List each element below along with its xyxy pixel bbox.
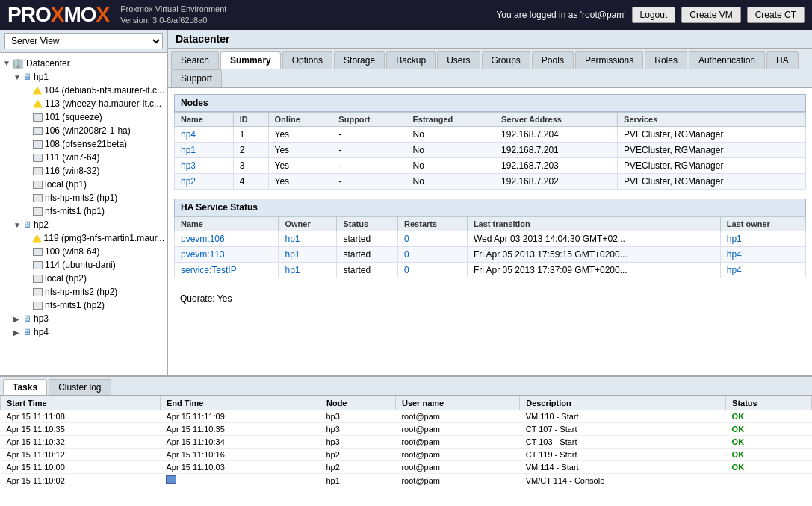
content-title: Datacenter xyxy=(168,30,812,49)
node-ref-link[interactable]: hp1 xyxy=(285,234,300,244)
tree-item-vm111[interactable]: 111 (win7-64) xyxy=(0,151,167,164)
bottom-tab-tasks[interactable]: Tasks xyxy=(3,379,47,395)
tree-item-local-hp2[interactable]: local (hp2) xyxy=(0,272,167,285)
logo: PROXMOX Proxmox Virtual Environment Vers… xyxy=(7,3,226,27)
tree-item-label: hp2 xyxy=(34,219,49,230)
tree-item-label: 101 (squeeze) xyxy=(45,112,102,122)
storage-icon xyxy=(33,275,43,283)
logout-button[interactable]: Logout xyxy=(632,7,676,23)
bottom-tab-cluster_log[interactable]: Cluster log xyxy=(49,379,111,395)
storage-icon xyxy=(33,207,43,216)
tree-item-datacenter[interactable]: ▼🏢Datacenter xyxy=(0,56,167,70)
nodes-col-services: Services xyxy=(618,113,806,127)
nodes-col-id: ID xyxy=(233,113,268,127)
node-link[interactable]: hp2 xyxy=(181,176,196,187)
node-ref-link[interactable]: hp1 xyxy=(727,234,742,244)
tab-groups[interactable]: Groups xyxy=(482,51,530,69)
tree-item-hp3[interactable]: ▶🖥hp3 xyxy=(0,312,167,325)
server-view-select[interactable]: Server View xyxy=(4,33,163,49)
tree-item-hp2[interactable]: ▼🖥hp2 xyxy=(0,218,167,231)
tree-item-nfs-hp-mits2-hp1[interactable]: nfs-hp-mits2 (hp1) xyxy=(0,191,167,204)
tree-item-vm100[interactable]: 100 (win8-64) xyxy=(0,245,167,258)
nodes-col-support: Support xyxy=(332,113,406,127)
log-row: Apr 15 11:10:00Apr 15 11:10:03hp2root@pa… xyxy=(1,461,812,474)
main-container: Server View ▼🏢Datacenter▼🖥hp1 104 (debia… xyxy=(0,30,812,506)
tree-item-vm113[interactable]: 113 (wheezy-ha.maurer-it.c... xyxy=(0,97,167,110)
tree-item-label: 104 (debian5-nfs.maurer-it.c... xyxy=(44,85,164,96)
log-row: Apr 15 11:10:12Apr 15 11:10:16hp2root@pa… xyxy=(1,449,812,461)
tab-bar: SearchSummaryOptionsStorageBackupUsersGr… xyxy=(168,49,812,88)
ha-service-link[interactable]: service:TestIP xyxy=(181,265,237,275)
storage-icon xyxy=(33,167,43,175)
ha-service-link[interactable]: pvevm:113 xyxy=(181,249,225,260)
ha-section-header: HA Service Status xyxy=(174,199,806,216)
bottom-panel: TasksCluster log Start TimeEnd TimeNodeU… xyxy=(0,375,812,506)
warning-icon xyxy=(33,100,43,108)
vm-icon xyxy=(33,248,43,256)
table-row[interactable]: pvevm:113hp1started0Fri Apr 05 2013 17:5… xyxy=(175,247,806,263)
tab-permissions[interactable]: Permissions xyxy=(575,51,643,69)
tab-storage[interactable]: Storage xyxy=(334,51,385,69)
tree-item-hp4[interactable]: ▶🖥hp4 xyxy=(0,325,167,339)
create-ct-button[interactable]: Create CT xyxy=(747,7,805,23)
create-vm-button[interactable]: Create VM xyxy=(681,7,740,23)
tree-item-vm114[interactable]: 114 (ubuntu-dani) xyxy=(0,258,167,272)
tree-item-vm108[interactable]: 108 (pfsense21beta) xyxy=(0,137,167,151)
tree-item-vm119[interactable]: 119 (pmg3-nfs-martin1.maur... xyxy=(0,231,167,245)
tree-item-nfs-mits1-hp1[interactable]: nfs-mits1 (hp1) xyxy=(0,204,167,218)
tab-authentication[interactable]: Authentication xyxy=(689,51,765,69)
node-link[interactable]: hp4 xyxy=(181,129,196,140)
tree-item-vm101[interactable]: 101 (squeeze) xyxy=(0,110,167,124)
tree-item-label: nfs-mits1 (hp2) xyxy=(45,300,105,310)
ha-table: NameOwnerStatusRestartsLast transitionLa… xyxy=(174,216,806,278)
tree-item-vm116[interactable]: 116 (win8-32) xyxy=(0,164,167,178)
node-ref-link[interactable]: hp1 xyxy=(285,265,300,275)
log-col-end-time: End Time xyxy=(160,396,320,410)
node-ref-link[interactable]: hp4 xyxy=(727,249,742,260)
tree-item-vm104[interactable]: 104 (debian5-nfs.maurer-it.c... xyxy=(0,84,167,97)
table-row[interactable]: hp24Yes-No192.168.7.202PVECluster, RGMan… xyxy=(175,174,806,190)
status-ok: OK xyxy=(732,463,745,472)
table-row[interactable]: pvevm:106hp1started0Wed Apr 03 2013 14:0… xyxy=(175,231,806,247)
tab-support[interactable]: Support xyxy=(171,69,222,87)
tab-summary[interactable]: Summary xyxy=(220,51,281,69)
bottom-tab-bar: TasksCluster log xyxy=(0,377,812,396)
node-ref-link[interactable]: hp4 xyxy=(727,265,742,275)
tree-item-vm106[interactable]: 106 (win2008r2-1-ha) xyxy=(0,124,167,137)
node-ref-link[interactable]: hp1 xyxy=(285,249,300,260)
tab-options[interactable]: Options xyxy=(282,51,332,69)
tab-ha[interactable]: HA xyxy=(766,51,799,69)
node-icon: 🖥 xyxy=(22,313,31,324)
tree-item-local-hp1[interactable]: local (hp1) xyxy=(0,178,167,191)
table-row[interactable]: service:TestIPhp1started0Fri Apr 05 2013… xyxy=(175,263,806,278)
tree-item-label: Datacenter xyxy=(26,58,70,69)
log-table: Start TimeEnd TimeNodeUser nameDescripti… xyxy=(0,396,812,487)
nodes-col-name: Name xyxy=(175,113,234,127)
tree-item-label: local (hp2) xyxy=(45,273,87,284)
log-row: Apr 15 11:10:32Apr 15 11:10:34hp3root@pa… xyxy=(1,436,812,449)
node-link[interactable]: hp3 xyxy=(181,160,196,171)
tree-item-nfs-mits1-hp2[interactable]: nfs-mits1 (hp2) xyxy=(0,299,167,312)
ha-col-restarts: Restarts xyxy=(398,217,468,231)
tree-item-hp1[interactable]: ▼🖥hp1 xyxy=(0,70,167,84)
tab-users[interactable]: Users xyxy=(437,51,480,69)
table-row[interactable]: hp41Yes-No192.168.7.204PVECluster, RGMan… xyxy=(175,127,806,143)
table-row[interactable]: hp33Yes-No192.168.7.203PVECluster, RGMan… xyxy=(175,158,806,174)
panel-content: Nodes NameIDOnlineSupportEstrangedServer… xyxy=(168,88,812,375)
tree-item-label: hp4 xyxy=(34,327,49,337)
tab-pools[interactable]: Pools xyxy=(532,51,574,69)
nodes-table: NameIDOnlineSupportEstrangedServer Addre… xyxy=(174,112,806,190)
tree-item-nfs-hp-mits2-hp2[interactable]: nfs-hp-mits2 (hp2) xyxy=(0,285,167,299)
tree-item-label: 114 (ubuntu-dani) xyxy=(45,260,116,270)
tab-roles[interactable]: Roles xyxy=(645,51,687,69)
nodes-col-online: Online xyxy=(268,113,332,127)
table-row[interactable]: hp12Yes-No192.168.7.201PVECluster, RGMan… xyxy=(175,143,806,158)
warning-icon xyxy=(33,87,43,95)
tab-backup[interactable]: Backup xyxy=(386,51,436,69)
tree-item-label: 113 (wheezy-ha.maurer-it.c... xyxy=(45,99,161,109)
quorate-text: Quorate: Yes xyxy=(174,287,806,310)
ha-service-link[interactable]: pvevm:106 xyxy=(181,234,225,244)
ha-col-owner: Owner xyxy=(279,217,337,231)
tab-search[interactable]: Search xyxy=(171,51,219,69)
node-link[interactable]: hp1 xyxy=(181,145,196,155)
